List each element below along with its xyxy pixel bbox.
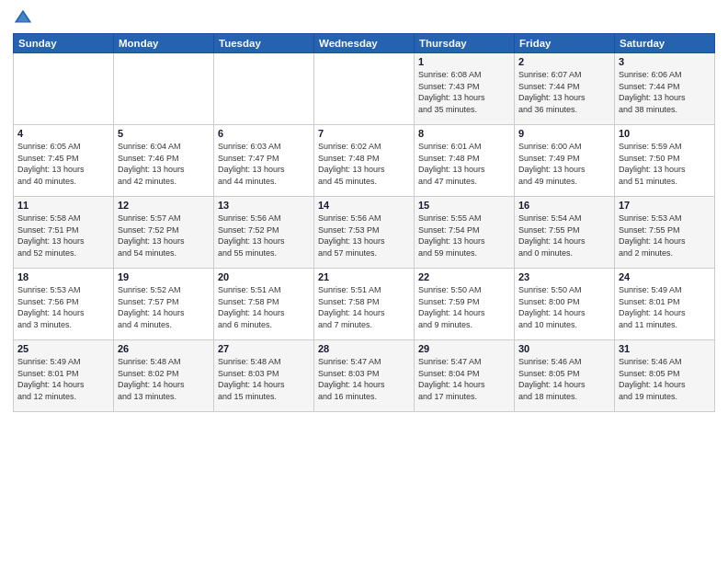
calendar-cell: 29Sunrise: 5:47 AM Sunset: 8:04 PM Dayli… — [415, 340, 515, 412]
calendar-cell: 27Sunrise: 5:48 AM Sunset: 8:03 PM Dayli… — [214, 340, 314, 412]
day-number: 28 — [318, 343, 410, 354]
day-number: 1 — [418, 56, 510, 67]
calendar-cell: 19Sunrise: 5:52 AM Sunset: 7:57 PM Dayli… — [114, 269, 214, 340]
day-number: 5 — [118, 128, 210, 139]
calendar-table: SundayMondayTuesdayWednesdayThursdayFrid… — [13, 33, 715, 412]
day-info: Sunrise: 5:52 AM Sunset: 7:57 PM Dayligh… — [118, 284, 210, 330]
day-info: Sunrise: 5:49 AM Sunset: 8:01 PM Dayligh… — [619, 284, 711, 330]
day-info: Sunrise: 5:54 AM Sunset: 7:55 PM Dayligh… — [518, 213, 610, 259]
day-info: Sunrise: 6:06 AM Sunset: 7:44 PM Dayligh… — [619, 69, 711, 115]
day-number: 6 — [218, 128, 310, 139]
calendar-cell: 6Sunrise: 6:03 AM Sunset: 7:47 PM Daylig… — [214, 125, 314, 197]
col-header-thursday: Thursday — [415, 34, 515, 53]
calendar-week-5: 25Sunrise: 5:49 AM Sunset: 8:01 PM Dayli… — [14, 340, 715, 412]
calendar-cell: 20Sunrise: 5:51 AM Sunset: 7:58 PM Dayli… — [214, 269, 314, 340]
day-info: Sunrise: 5:46 AM Sunset: 8:05 PM Dayligh… — [619, 356, 711, 402]
day-info: Sunrise: 5:47 AM Sunset: 8:03 PM Dayligh… — [318, 356, 410, 402]
day-number: 27 — [218, 343, 310, 354]
col-header-wednesday: Wednesday — [314, 34, 415, 53]
day-number: 22 — [418, 271, 510, 282]
header — [13, 9, 715, 28]
day-number: 10 — [619, 128, 711, 139]
day-number: 19 — [118, 271, 210, 282]
calendar-cell: 11Sunrise: 5:58 AM Sunset: 7:51 PM Dayli… — [14, 197, 114, 269]
day-info: Sunrise: 6:00 AM Sunset: 7:49 PM Dayligh… — [518, 141, 610, 187]
day-number: 16 — [518, 200, 610, 211]
day-number: 9 — [518, 128, 610, 139]
day-number: 24 — [619, 271, 711, 282]
calendar-cell: 14Sunrise: 5:56 AM Sunset: 7:53 PM Dayli… — [314, 197, 415, 269]
calendar-cell: 31Sunrise: 5:46 AM Sunset: 8:05 PM Dayli… — [615, 340, 715, 412]
calendar-cell: 10Sunrise: 5:59 AM Sunset: 7:50 PM Dayli… — [615, 125, 715, 197]
day-number: 17 — [619, 200, 711, 211]
day-number: 30 — [518, 343, 610, 354]
calendar-cell: 24Sunrise: 5:49 AM Sunset: 8:01 PM Dayli… — [615, 269, 715, 340]
calendar-week-3: 11Sunrise: 5:58 AM Sunset: 7:51 PM Dayli… — [14, 197, 715, 269]
day-info: Sunrise: 5:55 AM Sunset: 7:54 PM Dayligh… — [418, 213, 510, 259]
calendar-cell — [114, 53, 214, 125]
calendar-cell: 8Sunrise: 6:01 AM Sunset: 7:48 PM Daylig… — [415, 125, 515, 197]
day-info: Sunrise: 6:05 AM Sunset: 7:45 PM Dayligh… — [17, 141, 109, 187]
day-number: 8 — [418, 128, 510, 139]
col-header-tuesday: Tuesday — [214, 34, 314, 53]
day-number: 26 — [118, 343, 210, 354]
col-header-sunday: Sunday — [14, 34, 114, 53]
calendar-cell — [214, 53, 314, 125]
day-number: 14 — [318, 200, 410, 211]
calendar-cell: 30Sunrise: 5:46 AM Sunset: 8:05 PM Dayli… — [515, 340, 615, 412]
calendar-cell: 21Sunrise: 5:51 AM Sunset: 7:58 PM Dayli… — [314, 269, 415, 340]
calendar-cell: 25Sunrise: 5:49 AM Sunset: 8:01 PM Dayli… — [14, 340, 114, 412]
calendar-cell: 2Sunrise: 6:07 AM Sunset: 7:44 PM Daylig… — [515, 53, 615, 125]
calendar-cell: 12Sunrise: 5:57 AM Sunset: 7:52 PM Dayli… — [114, 197, 214, 269]
calendar-cell: 9Sunrise: 6:00 AM Sunset: 7:49 PM Daylig… — [515, 125, 615, 197]
calendar-cell: 5Sunrise: 6:04 AM Sunset: 7:46 PM Daylig… — [114, 125, 214, 197]
logo — [13, 9, 35, 28]
day-info: Sunrise: 5:48 AM Sunset: 8:02 PM Dayligh… — [118, 356, 210, 402]
day-info: Sunrise: 5:49 AM Sunset: 8:01 PM Dayligh… — [17, 356, 109, 402]
col-header-saturday: Saturday — [615, 34, 715, 53]
calendar-cell: 7Sunrise: 6:02 AM Sunset: 7:48 PM Daylig… — [314, 125, 415, 197]
day-info: Sunrise: 6:08 AM Sunset: 7:43 PM Dayligh… — [418, 69, 510, 115]
day-number: 20 — [218, 271, 310, 282]
day-info: Sunrise: 5:53 AM Sunset: 7:55 PM Dayligh… — [619, 213, 711, 259]
day-number: 3 — [619, 56, 711, 67]
calendar-cell — [14, 53, 114, 125]
calendar-cell: 3Sunrise: 6:06 AM Sunset: 7:44 PM Daylig… — [615, 53, 715, 125]
calendar-cell: 16Sunrise: 5:54 AM Sunset: 7:55 PM Dayli… — [515, 197, 615, 269]
day-number: 29 — [418, 343, 510, 354]
page: SundayMondayTuesdayWednesdayThursdayFrid… — [0, 0, 728, 563]
day-info: Sunrise: 5:50 AM Sunset: 8:00 PM Dayligh… — [518, 284, 610, 330]
calendar-cell: 18Sunrise: 5:53 AM Sunset: 7:56 PM Dayli… — [14, 269, 114, 340]
day-number: 13 — [218, 200, 310, 211]
day-info: Sunrise: 6:04 AM Sunset: 7:46 PM Dayligh… — [118, 141, 210, 187]
day-info: Sunrise: 6:02 AM Sunset: 7:48 PM Dayligh… — [318, 141, 410, 187]
calendar-week-2: 4Sunrise: 6:05 AM Sunset: 7:45 PM Daylig… — [14, 125, 715, 197]
calendar-cell: 17Sunrise: 5:53 AM Sunset: 7:55 PM Dayli… — [615, 197, 715, 269]
day-number: 23 — [518, 271, 610, 282]
day-number: 2 — [518, 56, 610, 67]
col-header-monday: Monday — [114, 34, 214, 53]
col-header-friday: Friday — [515, 34, 615, 53]
day-number: 11 — [17, 200, 109, 211]
day-number: 12 — [118, 200, 210, 211]
logo-icon — [13, 7, 33, 28]
calendar-cell: 4Sunrise: 6:05 AM Sunset: 7:45 PM Daylig… — [14, 125, 114, 197]
day-number: 21 — [318, 271, 410, 282]
day-info: Sunrise: 5:56 AM Sunset: 7:52 PM Dayligh… — [218, 213, 310, 259]
calendar-week-1: 1Sunrise: 6:08 AM Sunset: 7:43 PM Daylig… — [14, 53, 715, 125]
day-info: Sunrise: 5:58 AM Sunset: 7:51 PM Dayligh… — [17, 213, 109, 259]
day-number: 7 — [318, 128, 410, 139]
calendar-cell: 23Sunrise: 5:50 AM Sunset: 8:00 PM Dayli… — [515, 269, 615, 340]
calendar-cell — [314, 53, 415, 125]
day-info: Sunrise: 5:51 AM Sunset: 7:58 PM Dayligh… — [318, 284, 410, 330]
calendar-cell: 26Sunrise: 5:48 AM Sunset: 8:02 PM Dayli… — [114, 340, 214, 412]
day-info: Sunrise: 5:57 AM Sunset: 7:52 PM Dayligh… — [118, 213, 210, 259]
day-number: 18 — [17, 271, 109, 282]
calendar-header-row: SundayMondayTuesdayWednesdayThursdayFrid… — [14, 34, 715, 53]
calendar-cell: 15Sunrise: 5:55 AM Sunset: 7:54 PM Dayli… — [415, 197, 515, 269]
day-info: Sunrise: 5:59 AM Sunset: 7:50 PM Dayligh… — [619, 141, 711, 187]
day-number: 15 — [418, 200, 510, 211]
day-info: Sunrise: 5:56 AM Sunset: 7:53 PM Dayligh… — [318, 213, 410, 259]
calendar-cell: 28Sunrise: 5:47 AM Sunset: 8:03 PM Dayli… — [314, 340, 415, 412]
day-info: Sunrise: 5:50 AM Sunset: 7:59 PM Dayligh… — [418, 284, 510, 330]
